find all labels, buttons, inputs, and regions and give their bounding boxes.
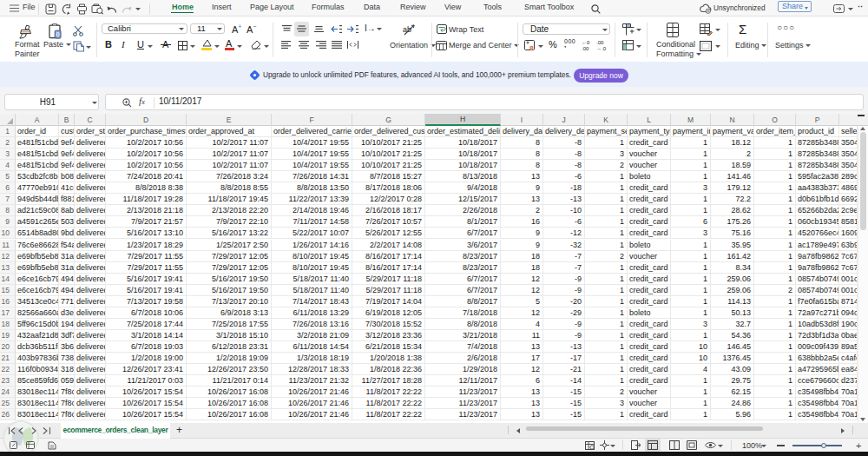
svg-text:←0: ←0 (582, 40, 590, 45)
svg-text:→.0: →.0 (596, 46, 607, 51)
svg-text:.00: .00 (596, 40, 604, 45)
svg-text:.00: .00 (582, 46, 589, 51)
svg-text:8: 8 (529, 44, 534, 52)
